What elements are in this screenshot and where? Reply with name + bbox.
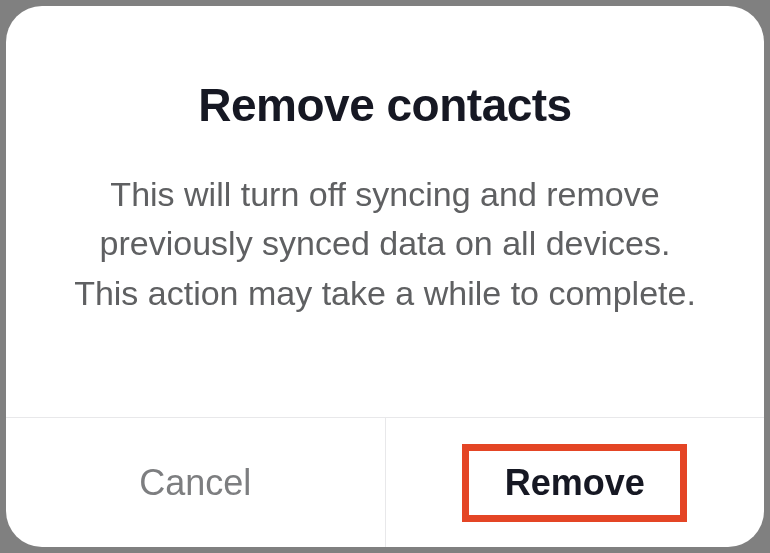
dialog-message: This will turn off syncing and remove pr… [66,170,704,318]
dialog-content: Remove contacts This will turn off synci… [6,6,764,417]
confirmation-dialog: Remove contacts This will turn off synci… [6,6,764,547]
remove-button[interactable]: Remove [386,418,765,547]
remove-button-label: Remove [505,462,645,504]
dialog-title: Remove contacts [198,78,571,132]
dialog-actions: Cancel Remove [6,417,764,547]
cancel-button[interactable]: Cancel [6,418,386,547]
cancel-button-label: Cancel [139,462,251,504]
